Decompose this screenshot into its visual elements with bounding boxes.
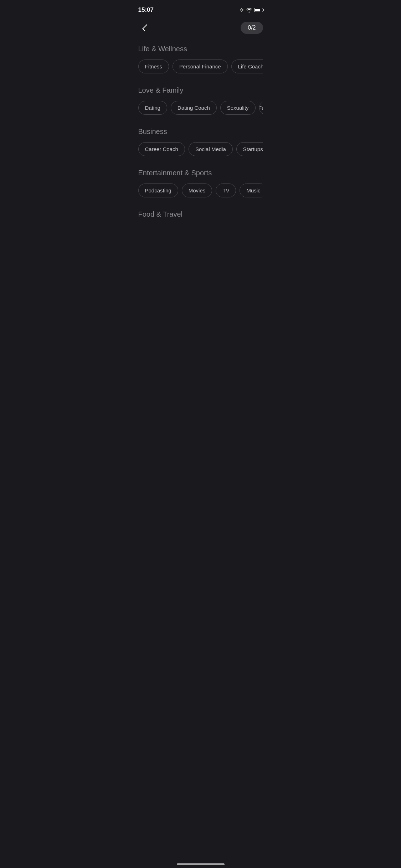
back-button[interactable] xyxy=(138,21,151,34)
status-icons: ✈ xyxy=(240,7,263,13)
tag-personal-finance[interactable]: Personal Finance xyxy=(173,60,228,73)
section-title-entertainment-sports: Entertainment & Sports xyxy=(138,169,263,177)
tags-row-love-family: Dating Dating Coach Sexuality Family & xyxy=(138,101,263,115)
battery-icon xyxy=(254,8,263,12)
tag-life-coach[interactable]: Life Coach xyxy=(231,60,263,73)
tag-fitness[interactable]: Fitness xyxy=(138,60,169,73)
section-title-business: Business xyxy=(138,128,263,136)
section-entertainment-sports: Entertainment & Sports Podcasting Movies… xyxy=(138,169,263,197)
section-title-life-wellness: Life & Wellness xyxy=(138,45,263,53)
section-business: Business Career Coach Social Media Start… xyxy=(138,128,263,156)
tag-family-partial[interactable]: Family & xyxy=(259,101,263,115)
tag-dating-coach[interactable]: Dating Coach xyxy=(171,101,217,115)
status-time: 15:07 xyxy=(138,6,154,14)
tag-music[interactable]: Music xyxy=(240,184,263,197)
counter-badge: 0/2 xyxy=(241,22,263,34)
tag-dating[interactable]: Dating xyxy=(138,101,167,115)
section-title-food-travel: Food & Travel xyxy=(138,210,263,218)
tag-startups[interactable]: Startups xyxy=(236,142,263,156)
tag-tv[interactable]: TV xyxy=(216,184,236,197)
back-chevron-icon xyxy=(142,24,149,31)
section-food-travel: Food & Travel xyxy=(138,210,263,225)
status-bar: 15:07 ✈ xyxy=(131,0,270,18)
section-life-wellness: Life & Wellness Fitness Personal Finance… xyxy=(138,45,263,73)
tag-social-media[interactable]: Social Media xyxy=(189,142,233,156)
section-title-love-family: Love & Family xyxy=(138,86,263,94)
section-love-family: Love & Family Dating Dating Coach Sexual… xyxy=(138,86,263,115)
nav-bar: 0/2 xyxy=(131,18,270,41)
airplane-icon: ✈ xyxy=(240,7,244,13)
tag-sexuality[interactable]: Sexuality xyxy=(220,101,256,115)
tag-career-coach[interactable]: Career Coach xyxy=(138,142,185,156)
tags-row-business: Career Coach Social Media Startups Ma xyxy=(138,142,263,156)
wifi-icon xyxy=(246,8,252,12)
tag-podcasting[interactable]: Podcasting xyxy=(138,184,178,197)
main-content: Life & Wellness Fitness Personal Finance… xyxy=(131,41,270,241)
tags-row-entertainment: Podcasting Movies TV Music Vide xyxy=(138,184,263,197)
tag-movies[interactable]: Movies xyxy=(182,184,212,197)
tags-row-life-wellness: Fitness Personal Finance Life Coach He xyxy=(138,60,263,73)
